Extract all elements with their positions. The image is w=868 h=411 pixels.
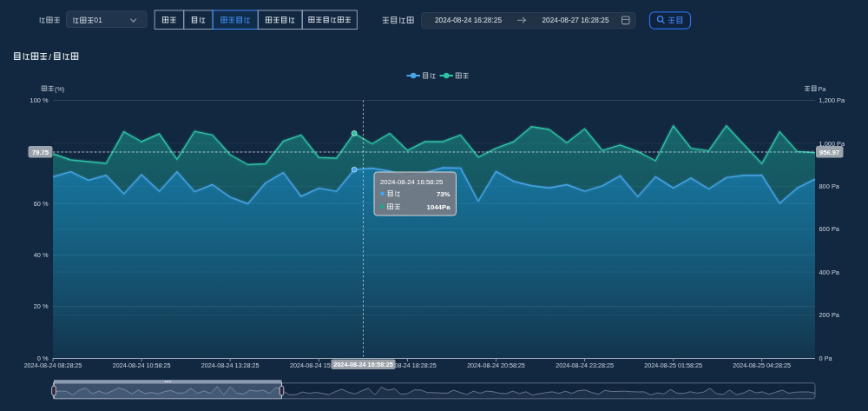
svg-text:200 Pa: 200 Pa (819, 311, 840, 319)
svg-text:2024-08-24 08:28:25: 2024-08-24 08:28:25 (24, 361, 82, 369)
svg-text:2024-08-24 10:58:25: 2024-08-24 10:58:25 (113, 361, 171, 369)
svg-text:400 Pa: 400 Pa (819, 268, 840, 276)
svg-text:2024-08-24 16:28:25: 2024-08-24 16:28:25 (435, 16, 502, 24)
svg-text:60 %: 60 % (34, 200, 49, 208)
svg-text:01: 01 (95, 17, 103, 24)
svg-text:79.75: 79.75 (32, 149, 49, 156)
svg-text:2024-08-24 13:28:25: 2024-08-24 13:28:25 (201, 361, 260, 369)
svg-text:(%): (%) (55, 85, 64, 93)
svg-text:2024-08-24 16:58:25: 2024-08-24 16:58:25 (380, 178, 444, 186)
svg-text:1,200 Pa: 1,200 Pa (819, 96, 845, 104)
svg-text:0 %: 0 % (37, 355, 49, 362)
svg-text:0 Pa: 0 Pa (819, 355, 833, 362)
svg-text:2024-08-24 16:58:25: 2024-08-24 16:58:25 (333, 361, 393, 368)
svg-text:800 Pa: 800 Pa (819, 182, 840, 190)
svg-text:/: / (49, 52, 51, 62)
svg-text:20 %: 20 % (34, 302, 49, 310)
svg-text:2024-08-24 20:58:25: 2024-08-24 20:58:25 (467, 361, 525, 369)
svg-text:2024-08-25 01:58:25: 2024-08-25 01:58:25 (644, 361, 702, 369)
svg-text:100 %: 100 % (30, 96, 49, 104)
svg-text:2024-08-24 23:28:25: 2024-08-24 23:28:25 (556, 361, 614, 369)
svg-text:2024-08-25 04:28:25: 2024-08-25 04:28:25 (733, 361, 791, 369)
svg-text:600 Pa: 600 Pa (819, 225, 840, 233)
svg-text:1044Pa: 1044Pa (427, 203, 451, 211)
svg-text:73%: 73% (437, 190, 450, 198)
svg-text:40 %: 40 % (34, 251, 49, 259)
svg-text:956.97: 956.97 (819, 149, 839, 156)
svg-text:Pa: Pa (819, 85, 826, 93)
svg-text:2024-08-27 16:28:25: 2024-08-27 16:28:25 (542, 16, 608, 24)
